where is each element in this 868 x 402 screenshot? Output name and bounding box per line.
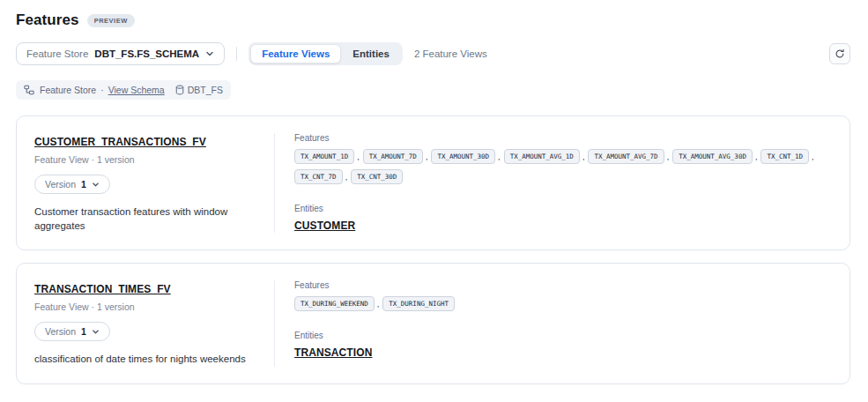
- chip-separator: ,: [345, 173, 348, 182]
- chip-separator: ,: [377, 300, 380, 309]
- chevron-down-icon: [92, 328, 100, 336]
- chip-separator: ,: [667, 153, 670, 161]
- version-selector[interactable]: Version 1: [34, 175, 110, 194]
- tab-feature-views[interactable]: Feature Views: [250, 44, 341, 63]
- feature-chip: TX_CNT_30D: [351, 169, 403, 184]
- feature-chip-item: TX_AMOUNT_1D,: [294, 149, 360, 164]
- feature-views-count: 2 Feature Views: [414, 48, 487, 59]
- view-schema-link[interactable]: View Schema: [108, 85, 165, 95]
- feature-chip-item: TX_CNT_7D,: [294, 169, 347, 184]
- feature-chip: TX_AMOUNT_30D: [431, 149, 495, 164]
- feature-view-card: CUSTOMER_TRANSACTIONS_FV Feature View · …: [16, 115, 850, 250]
- refresh-button[interactable]: [829, 43, 850, 64]
- version-label: Version: [45, 326, 76, 337]
- page-title: Features: [16, 11, 79, 29]
- version-value: 1: [81, 326, 86, 337]
- chip-separator: ,: [426, 153, 428, 161]
- database-icon: [175, 85, 184, 95]
- chip-separator: ,: [812, 153, 814, 161]
- tab-group: Feature Views Entities: [249, 42, 403, 65]
- toolbar-divider: [236, 47, 237, 61]
- card-detail-column: Features TX_AMOUNT_1D,TX_AMOUNT_7D,TX_AM…: [275, 133, 849, 233]
- feature-chip-list: TX_AMOUNT_1D,TX_AMOUNT_7D,TX_AMOUNT_30D,…: [294, 149, 823, 184]
- feature-chip: TX_AMOUNT_AVG_1D: [504, 149, 580, 164]
- breadcrumb-store-label: Feature Store: [40, 85, 96, 95]
- feature-chip: TX_AMOUNT_7D: [363, 149, 423, 164]
- feature-chip-item: TX_AMOUNT_30D,: [431, 149, 500, 164]
- entities-label: Entities: [294, 331, 830, 340]
- card-summary-column: CUSTOMER_TRANSACTIONS_FV Feature View · …: [17, 133, 274, 233]
- feature-chip-item: TX_DURING_NIGHT: [382, 296, 455, 311]
- feature-chip-item: TX_AMOUNT_7D,: [363, 149, 428, 164]
- feature-chip: TX_AMOUNT_AVG_7D: [588, 149, 664, 164]
- feature-view-name-link[interactable]: CUSTOMER_TRANSACTIONS_FV: [34, 136, 206, 148]
- version-label: Version: [45, 179, 76, 190]
- feature-chip-item: TX_CNT_1D,: [760, 149, 813, 164]
- feature-view-name-link[interactable]: TRANSACTION_TIMES_FV: [34, 283, 171, 295]
- feature-chip-item: TX_AMOUNT_AVG_7D,: [588, 149, 669, 164]
- feature-chip-item: TX_CNT_30D: [351, 169, 403, 184]
- breadcrumb: Feature Store · View Schema DBT_FS: [16, 80, 231, 100]
- feature-store-selector-value: DBT_FS.FS_SCHEMA: [94, 48, 199, 59]
- schema-icon: [24, 85, 34, 95]
- features-page: Features PREVIEW Feature Store DBT_FS.FS…: [0, 0, 868, 384]
- features-label: Features: [294, 133, 830, 143]
- feature-chip-item: TX_AMOUNT_AVG_30D,: [672, 149, 757, 164]
- feature-chip-list: TX_DURING_WEEKEND,TX_DURING_NIGHT: [294, 296, 823, 311]
- chevron-down-icon: [205, 49, 214, 58]
- chip-separator: ,: [582, 153, 585, 161]
- version-selector[interactable]: Version 1: [34, 322, 110, 341]
- feature-chip-item: TX_AMOUNT_AVG_1D,: [504, 149, 585, 164]
- feature-view-list: CUSTOMER_TRANSACTIONS_FV Feature View · …: [16, 115, 850, 384]
- feature-chip: TX_CNT_7D: [294, 169, 343, 184]
- preview-badge: PREVIEW: [87, 14, 135, 27]
- feature-view-subtitle: Feature View · 1 version: [34, 302, 256, 312]
- chevron-down-icon: [92, 181, 100, 189]
- features-label: Features: [294, 280, 830, 290]
- feature-view-description: classification of date times for nights …: [34, 353, 256, 367]
- feature-chip-item: TX_DURING_WEEKEND,: [294, 296, 379, 311]
- toolbar: Feature Store DBT_FS.FS_SCHEMA Feature V…: [16, 42, 850, 65]
- entities-label: Entities: [294, 204, 830, 213]
- breadcrumb-separator: ·: [100, 85, 104, 95]
- entity-link[interactable]: CUSTOMER: [294, 220, 355, 232]
- refresh-icon: [835, 48, 845, 59]
- version-value: 1: [81, 179, 86, 190]
- feature-view-card: TRANSACTION_TIMES_FV Feature View · 1 ve…: [16, 263, 850, 384]
- chip-separator: ,: [357, 153, 360, 161]
- feature-chip: TX_DURING_NIGHT: [382, 296, 455, 311]
- entity-link-list: TRANSACTION: [294, 340, 830, 360]
- tab-entities[interactable]: Entities: [341, 44, 401, 63]
- chip-separator: ,: [498, 153, 501, 161]
- feature-chip: TX_AMOUNT_AVG_30D: [672, 149, 753, 164]
- breadcrumb-database-name: DBT_FS: [188, 85, 223, 95]
- title-row: Features PREVIEW: [16, 0, 850, 29]
- breadcrumb-database: DBT_FS: [175, 85, 223, 95]
- feature-store-selector[interactable]: Feature Store DBT_FS.FS_SCHEMA: [16, 42, 225, 65]
- entity-link[interactable]: TRANSACTION: [294, 346, 372, 359]
- feature-store-selector-label: Feature Store: [26, 48, 88, 59]
- feature-chip: TX_AMOUNT_1D: [294, 149, 354, 164]
- card-detail-column: Features TX_DURING_WEEKEND,TX_DURING_NIG…: [275, 280, 849, 367]
- entity-link-list: CUSTOMER: [294, 213, 830, 233]
- card-summary-column: TRANSACTION_TIMES_FV Feature View · 1 ve…: [17, 280, 274, 367]
- feature-chip: TX_CNT_1D: [760, 149, 809, 164]
- feature-view-description: Customer transaction features with windo…: [34, 205, 256, 233]
- feature-view-subtitle: Feature View · 1 version: [34, 154, 256, 165]
- feature-chip: TX_DURING_WEEKEND: [294, 296, 375, 311]
- chip-separator: ,: [755, 153, 758, 161]
